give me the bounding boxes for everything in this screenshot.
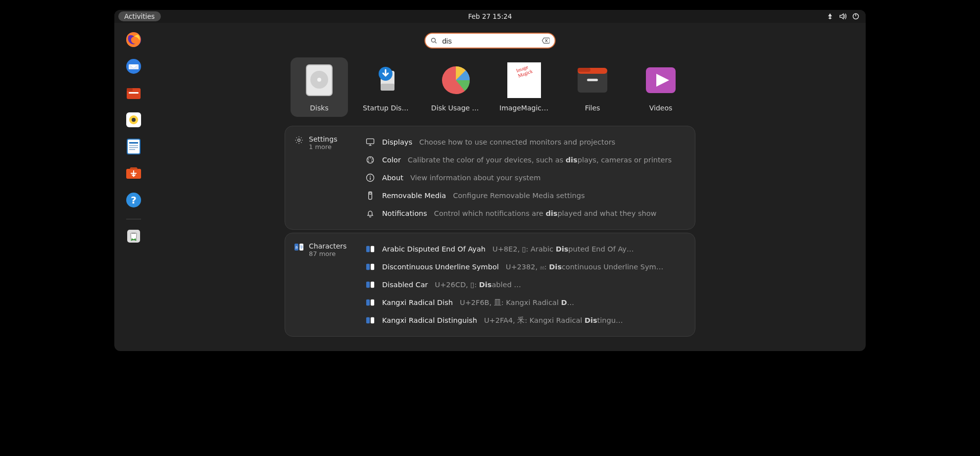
svg-rect-35 — [587, 79, 598, 81]
search-input[interactable] — [441, 36, 542, 46]
status-tray[interactable] — [826, 12, 860, 20]
power-icon[interactable] — [852, 12, 860, 20]
rhythmbox-icon[interactable] — [124, 110, 144, 130]
app-tile-disks[interactable]: Disks — [291, 57, 348, 117]
app-tile-imagemagick[interactable]: ImageMagickImageMagick (c… — [495, 57, 553, 117]
settings-row-title: Displays — [382, 138, 412, 146]
bell-icon — [365, 208, 375, 218]
characters-row[interactable]: Arabic Disputed End Of AyahU+8E2, ▯: Ara… — [365, 240, 686, 258]
firefox-icon[interactable] — [124, 30, 144, 50]
characters-row-title: Kangxi Radical Distinguish — [382, 316, 477, 324]
volume-icon[interactable] — [839, 12, 847, 20]
activities-button[interactable]: Activities — [118, 11, 161, 21]
characters-row[interactable]: Disabled CarU+26CD, ▯: Disabled … — [365, 276, 686, 294]
settings-row[interactable]: ColorCalibrate the color of your devices… — [365, 151, 686, 169]
search-field[interactable] — [425, 33, 556, 49]
clear-icon[interactable] — [542, 37, 550, 44]
settings-row-title: Color — [382, 156, 401, 164]
settings-row-desc: Control which notifications are displaye… — [434, 209, 657, 217]
settings-row-title: Notifications — [382, 209, 427, 217]
app-tile-label: Videos — [636, 104, 686, 112]
topbar: Activities Feb 27 15:24 — [114, 10, 866, 23]
svg-point-21 — [135, 239, 136, 240]
svg-rect-59 — [366, 282, 370, 288]
settings-row-title: About — [382, 174, 403, 182]
characters-row-desc: U+2FA4, 釆: Kangxi Radical Distingu… — [484, 316, 623, 325]
characters-row-title: Kangxi Radical Dish — [382, 299, 453, 306]
files-icon[interactable] — [124, 83, 144, 103]
settings-provider-panel: Settings 1 more DisplaysChoose how to us… — [285, 126, 695, 230]
settings-row-desc: Choose how to use connected monitors and… — [419, 138, 615, 146]
app-tile-baobab[interactable]: Disk Usage Ana… — [427, 57, 485, 117]
svg-rect-6 — [129, 92, 139, 94]
characters-provider-title: Characters — [309, 242, 346, 250]
svg-rect-60 — [371, 282, 374, 288]
settings-row-title: Removable Media — [382, 192, 446, 200]
svg-rect-58 — [371, 264, 374, 270]
app-tile-filesapp[interactable]: Files — [564, 57, 621, 117]
network-icon[interactable] — [826, 12, 834, 20]
svg-rect-34 — [578, 68, 590, 72]
settings-row[interactable]: AboutView information about your system — [365, 169, 686, 187]
filesapp-icon — [576, 63, 609, 97]
svg-point-26 — [317, 78, 321, 82]
videos-icon — [644, 63, 678, 97]
characters-row[interactable]: Kangxi Radical DishU+2F6B, ⽫: Kangxi Rad… — [365, 294, 686, 311]
svg-rect-12 — [129, 142, 138, 144]
character-icon — [365, 298, 375, 307]
settings-row-desc: View information about your system — [410, 174, 540, 182]
svg-point-38 — [298, 139, 300, 142]
settings-provider-title: Settings — [309, 135, 337, 143]
character-icon — [365, 262, 375, 272]
characters-provider-header[interactable]: a字 Characters 87 more — [294, 242, 346, 257]
characters-row-desc: U+2F6B, ⽫: Kangxi Radical D… — [460, 298, 574, 307]
thunderbird-icon[interactable] — [124, 56, 144, 76]
characters-row-desc: U+2382, ⎂: Discontinuous Underline Sym… — [506, 263, 663, 271]
help-icon[interactable]: ? — [124, 190, 144, 210]
svg-text:字: 字 — [299, 245, 303, 250]
svg-rect-57 — [366, 264, 370, 270]
characters-provider-more: 87 more — [309, 250, 346, 257]
svg-rect-5 — [127, 88, 133, 91]
svg-point-45 — [368, 158, 369, 159]
about-icon — [365, 173, 375, 183]
app-tile-label: ImageMagick (c… — [499, 104, 549, 112]
character-icon — [365, 315, 375, 325]
settings-row[interactable]: Removable MediaConfigure Removable Media… — [365, 187, 686, 204]
clock[interactable]: Feb 27 15:24 — [468, 12, 512, 20]
settings-provider-more: 1 more — [309, 143, 337, 151]
app-tile-label: Disk Usage Ana… — [431, 104, 481, 112]
settings-row[interactable]: DisplaysChoose how to use connected moni… — [365, 133, 686, 151]
svg-rect-10 — [127, 139, 140, 154]
characters-provider-panel: a字 Characters 87 more Arabic Disputed En… — [285, 233, 695, 337]
svg-rect-49 — [369, 192, 372, 200]
writer-icon[interactable] — [124, 137, 144, 156]
character-icon — [365, 280, 375, 290]
dock: ? — [114, 23, 153, 351]
svg-text:a: a — [295, 245, 298, 250]
settings-row[interactable]: NotificationsControl which notifications… — [365, 204, 686, 222]
characters-row-desc: U+8E2, ▯: Arabic Disputed End Of Ay… — [492, 245, 634, 253]
svg-line-23 — [435, 42, 437, 44]
svg-rect-56 — [371, 246, 374, 253]
settings-row-desc: Calibrate the color of your devices, suc… — [408, 156, 672, 164]
svg-text:?: ? — [131, 194, 137, 206]
search-icon — [431, 37, 438, 44]
app-tile-videos[interactable]: Videos — [632, 57, 689, 117]
disks-icon — [302, 63, 336, 97]
characters-row[interactable]: Discontinuous Underline SymbolU+2382, ⎂:… — [365, 258, 686, 276]
app-tile-label: Disks — [294, 104, 344, 112]
characters-row[interactable]: Kangxi Radical DistinguishU+2FA4, 釆: Kan… — [365, 311, 686, 329]
settings-provider-header[interactable]: Settings 1 more — [294, 135, 337, 151]
svg-point-20 — [132, 239, 133, 240]
baobab-icon — [439, 63, 473, 97]
software-icon[interactable] — [124, 163, 144, 183]
trash-icon[interactable] — [124, 226, 144, 246]
svg-point-22 — [432, 38, 436, 42]
character-icon — [365, 244, 375, 254]
app-results-row: DisksStartup Disk Cr…Disk Usage Ana…Imag… — [291, 57, 689, 117]
svg-rect-55 — [366, 246, 370, 253]
app-tile-startupdisk[interactable]: Startup Disk Cr… — [359, 57, 416, 117]
svg-rect-61 — [366, 300, 370, 306]
displays-icon — [365, 137, 375, 147]
